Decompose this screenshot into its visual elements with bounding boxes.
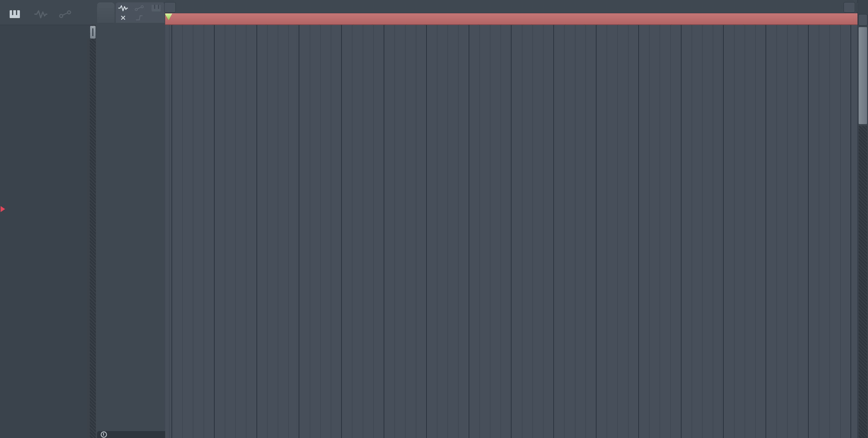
link-icon[interactable] — [133, 4, 145, 13]
vertical-scrollbar-handle[interactable] — [859, 27, 867, 124]
pattern-scrollbar-handle[interactable] — [90, 26, 96, 39]
piano-icon[interactable] — [150, 4, 162, 13]
pattern-picker-toolbar — [0, 0, 96, 25]
playlist-area — [165, 0, 858, 438]
timeline-ruler[interactable] — [165, 13, 858, 25]
track-header-column — [96, 0, 165, 438]
fl-studio-playlist-window — [0, 0, 868, 438]
scroll-right-button[interactable] — [844, 2, 855, 12]
playlist-grid[interactable] — [165, 24, 858, 438]
scroll-up-button[interactable] — [859, 14, 867, 25]
add-pattern-button[interactable] — [31, 427, 43, 437]
link-icon[interactable] — [59, 10, 71, 18]
slope-icon[interactable] — [133, 13, 145, 22]
delete-icon[interactable] — [117, 13, 129, 22]
wave-icon[interactable] — [34, 10, 48, 19]
song-overview-strip[interactable] — [165, 0, 858, 13]
piano-icon[interactable] — [10, 10, 20, 18]
scroll-left-button[interactable] — [164, 2, 176, 12]
add-track-tab[interactable] — [97, 2, 115, 23]
vertical-scrollbar-track[interactable] — [859, 126, 867, 438]
pattern-scrollbar[interactable] — [90, 25, 96, 438]
pattern-picker-sidebar — [0, 0, 96, 438]
playlist-tool-panel — [116, 2, 164, 23]
playing-pattern-marker — [1, 206, 5, 212]
wave-icon[interactable] — [117, 4, 129, 13]
track-mode-icon — [101, 431, 107, 438]
stretch-icon[interactable] — [150, 13, 162, 22]
next-track-header[interactable] — [97, 431, 169, 438]
